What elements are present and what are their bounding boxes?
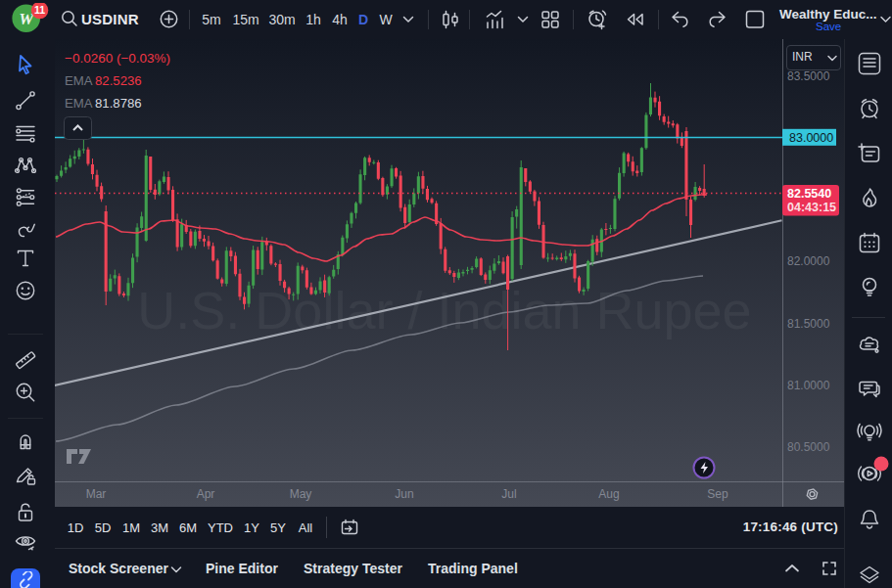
svg-text:Sep: Sep <box>707 487 728 501</box>
svg-text:Jul: Jul <box>501 487 516 501</box>
svg-text:U.S. Dollar / Indian Rupee: U.S. Dollar / Indian Rupee <box>137 281 751 339</box>
svg-text:80.5000: 80.5000 <box>787 440 830 454</box>
svg-text:81.8786: 81.8786 <box>95 96 142 111</box>
svg-text:11: 11 <box>34 4 45 16</box>
svg-text:Aug: Aug <box>598 487 619 501</box>
svg-text:81.0000: 81.0000 <box>787 379 830 392</box>
svg-text:81.5000: 81.5000 <box>787 317 830 331</box>
svg-text:83.0000: 83.0000 <box>789 131 833 145</box>
svg-text:82.5236: 82.5236 <box>95 73 142 88</box>
svg-text:EMA: EMA <box>65 96 93 111</box>
svg-text:82.0000: 82.0000 <box>787 254 830 268</box>
svg-text:Apr: Apr <box>197 487 215 501</box>
svg-text:Jun: Jun <box>395 487 413 501</box>
svg-text:EMA: EMA <box>65 73 93 88</box>
svg-text:−0.0260 (−0.03%): −0.0260 (−0.03%) <box>65 51 170 66</box>
svg-text:May: May <box>290 487 312 501</box>
svg-text:Mar: Mar <box>86 487 107 501</box>
svg-text:83.5000: 83.5000 <box>787 69 830 83</box>
svg-text:04:43:15: 04:43:15 <box>787 201 836 214</box>
svg-text:82.5540: 82.5540 <box>787 187 831 201</box>
